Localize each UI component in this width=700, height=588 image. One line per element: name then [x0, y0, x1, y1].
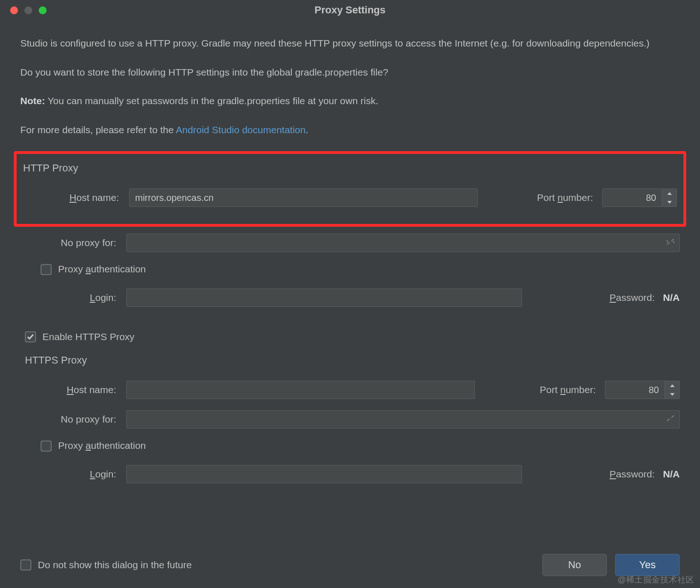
intro-more: For more details, please refer to the An…: [20, 123, 680, 138]
http-login-input[interactable]: [126, 288, 522, 307]
spinner-down-icon[interactable]: [665, 390, 679, 399]
http-password-value: N/A: [663, 290, 680, 306]
https-port-input[interactable]: [605, 381, 665, 399]
http-password-label: Password:: [610, 290, 655, 306]
http-auth-label: Proxy authentication: [58, 262, 146, 277]
https-auth-row: Proxy authentication: [41, 438, 680, 453]
http-auth-checkbox[interactable]: [41, 264, 52, 275]
enable-https-label: Enable HTTPS Proxy: [42, 329, 135, 345]
https-noproxy-label: No proxy for:: [20, 412, 126, 427]
http-proxy-highlight: HTTP Proxy Host name: Port number:: [14, 151, 686, 227]
http-auth-row: Proxy authentication: [41, 262, 680, 277]
spinner-up-icon[interactable]: [665, 381, 679, 390]
https-host-label: Host name:: [20, 382, 126, 398]
https-host-input[interactable]: [126, 381, 475, 399]
http-noproxy-label: No proxy for:: [20, 235, 126, 251]
more-suffix: .: [306, 124, 308, 135]
dialog-body: Studio is configured to use a HTTP proxy…: [0, 20, 700, 487]
https-password-value: N/A: [663, 467, 680, 482]
window-controls: [0, 6, 47, 14]
http-login-row: Login: Password: N/A: [20, 285, 680, 310]
http-login-label: Login:: [20, 290, 126, 306]
http-host-label: Host name:: [23, 190, 129, 206]
http-port-field: [602, 188, 677, 207]
https-noproxy-row: No proxy for:: [20, 407, 680, 432]
intro-para-2: Do you want to store the following HTTP …: [20, 65, 680, 80]
https-login-input[interactable]: [126, 465, 522, 483]
https-password-label: Password:: [610, 467, 655, 482]
docs-link[interactable]: Android Studio documentation: [176, 124, 305, 135]
window-title: Proxy Settings: [0, 4, 700, 16]
http-port-input[interactable]: [602, 188, 662, 207]
no-button[interactable]: No: [542, 554, 607, 576]
enable-https-row: Enable HTTPS Proxy: [25, 329, 680, 345]
http-noproxy-row: No proxy for:: [20, 230, 680, 255]
dialog-footer: Do not show this dialog in the future No…: [0, 554, 700, 576]
watermark: @稀土掘金技术社区: [617, 574, 694, 585]
dont-show-row: Do not show this dialog in the future: [20, 559, 192, 570]
close-icon[interactable]: [10, 6, 18, 14]
expand-icon[interactable]: [666, 412, 675, 427]
titlebar: Proxy Settings: [0, 0, 700, 20]
http-port-spinner[interactable]: [662, 188, 677, 207]
note-label: Note:: [20, 95, 45, 106]
note-text: You can manually set passwords in the gr…: [45, 95, 379, 106]
https-port-spinner[interactable]: [665, 381, 680, 399]
https-port-label: Port number:: [540, 382, 596, 398]
dont-show-checkbox[interactable]: [20, 559, 31, 570]
http-port-label: Port number:: [537, 190, 593, 206]
https-login-label: Login:: [20, 467, 126, 482]
dont-show-label: Do not show this dialog in the future: [38, 559, 192, 570]
http-proxy-section-title: HTTP Proxy: [23, 160, 677, 176]
http-host-input[interactable]: [129, 188, 478, 207]
https-auth-label: Proxy authentication: [58, 438, 146, 453]
spinner-down-icon[interactable]: [662, 198, 676, 206]
https-auth-checkbox[interactable]: [41, 441, 52, 452]
intro-para-1: Studio is configured to use a HTTP proxy…: [20, 36, 680, 51]
https-login-row: Login: Password: N/A: [20, 462, 680, 487]
https-proxy-section-title: HTTPS Proxy: [25, 353, 680, 368]
expand-icon[interactable]: [666, 236, 675, 250]
http-noproxy-input[interactable]: [126, 234, 680, 252]
https-port-field: [605, 381, 680, 399]
spinner-up-icon[interactable]: [662, 189, 676, 198]
http-host-row: Host name: Port number:: [23, 185, 677, 210]
enable-https-checkbox[interactable]: [25, 331, 36, 342]
zoom-icon[interactable]: [39, 6, 47, 14]
intro-note: Note: You can manually set passwords in …: [20, 94, 680, 109]
minimize-icon[interactable]: [24, 6, 32, 14]
more-prefix: For more details, please refer to the: [20, 124, 176, 135]
https-host-row: Host name: Port number:: [20, 377, 680, 402]
https-noproxy-input[interactable]: [126, 410, 680, 429]
yes-button[interactable]: Yes: [615, 554, 680, 576]
